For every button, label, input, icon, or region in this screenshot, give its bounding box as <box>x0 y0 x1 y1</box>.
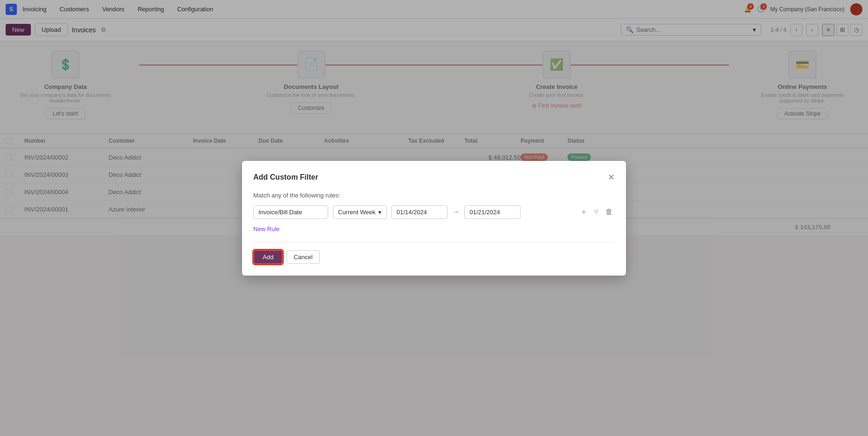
branch-rule-btn[interactable]: ⑂ <box>592 206 601 218</box>
filter-row-actions: ＋ ⑂ 🗑 <box>578 206 615 218</box>
filter-field-selector[interactable]: Invoice/Bill Date <box>253 205 328 219</box>
match-label: Match any of the following rules: <box>253 192 615 199</box>
modal-title: Add Custom Filter <box>253 173 318 182</box>
filter-value-start[interactable] <box>391 205 448 219</box>
filter-rule-row: Invoice/Bill Date Current Week ▾ → ＋ ⑂ 🗑 <box>253 205 615 219</box>
filter-operator-selector[interactable]: Current Week ▾ <box>333 205 387 219</box>
filter-value-end[interactable] <box>464 205 521 219</box>
modal-overlay[interactable]: Add Custom Filter ✕ Match any of the fol… <box>0 0 868 235</box>
filter-operator-chevron-icon: ▾ <box>378 209 382 216</box>
close-button[interactable]: ✕ <box>608 172 615 182</box>
delete-rule-btn[interactable]: 🗑 <box>603 206 615 218</box>
add-rule-btn[interactable]: ＋ <box>578 206 589 218</box>
new-rule-link[interactable]: New Rule <box>253 225 280 233</box>
modal-body: Match any of the following rules: Invoic… <box>253 192 615 236</box>
custom-filter-modal: Add Custom Filter ✕ Match any of the fol… <box>242 161 626 236</box>
filter-arrow-icon: → <box>452 208 460 216</box>
filter-operator-label: Current Week <box>338 209 375 216</box>
modal-header: Add Custom Filter ✕ <box>253 172 615 182</box>
